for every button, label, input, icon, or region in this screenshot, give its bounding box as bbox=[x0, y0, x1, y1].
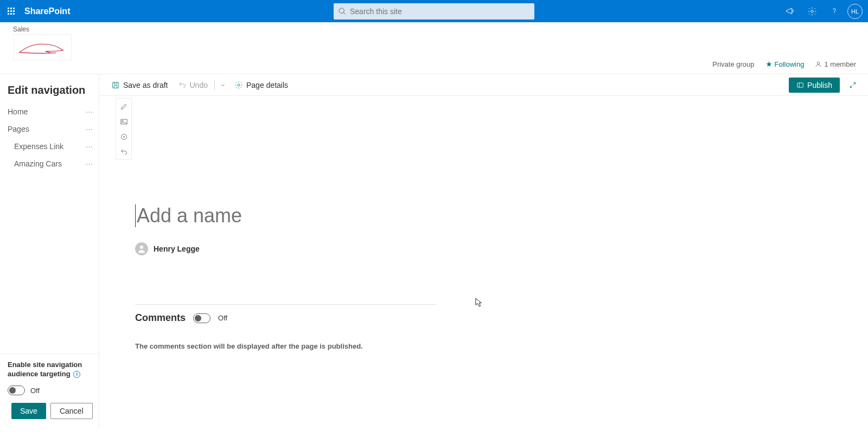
settings-button[interactable] bbox=[801, 0, 823, 22]
audience-toggle-state: Off bbox=[30, 387, 40, 395]
page-details-button[interactable]: Page details bbox=[230, 79, 292, 92]
nav-footer: Enable site navigation audience targetin… bbox=[0, 354, 99, 427]
nav-actions: Save Cancel bbox=[8, 395, 91, 427]
title-reset-button[interactable] bbox=[116, 144, 131, 159]
audience-toggle-row: Off bbox=[8, 385, 91, 395]
svg-point-0 bbox=[339, 8, 344, 13]
nav-item-label: Home bbox=[8, 107, 28, 116]
search-box[interactable] bbox=[334, 3, 534, 20]
image-icon bbox=[120, 118, 128, 126]
person-icon bbox=[137, 244, 146, 254]
search-icon bbox=[338, 7, 347, 16]
svg-point-2 bbox=[810, 10, 813, 12]
following-label: Following bbox=[775, 60, 805, 68]
svg-rect-6 bbox=[797, 82, 803, 87]
publish-icon bbox=[796, 81, 804, 89]
help-button[interactable] bbox=[823, 0, 845, 22]
section-divider bbox=[135, 304, 437, 305]
publish-button[interactable]: Publish bbox=[789, 78, 840, 93]
page-details-label: Page details bbox=[246, 81, 288, 89]
audience-targeting-label: Enable site navigation audience targetin… bbox=[8, 361, 91, 379]
car-logo-icon bbox=[14, 35, 71, 60]
svg-line-1 bbox=[343, 12, 345, 14]
save-as-draft-label: Save as draft bbox=[123, 81, 168, 89]
search-container bbox=[334, 3, 534, 20]
divider bbox=[214, 80, 215, 90]
site-logo[interactable] bbox=[13, 34, 72, 60]
author-row: Henry Legge bbox=[135, 242, 437, 255]
site-meta: Private group Following 1 member bbox=[0, 60, 868, 74]
cancel-button[interactable]: Cancel bbox=[50, 403, 93, 419]
content-area: Save as draft Undo Page details Publish bbox=[99, 74, 868, 427]
app-launcher-button[interactable] bbox=[0, 0, 22, 22]
info-icon[interactable]: i bbox=[73, 371, 80, 378]
group-type-label: Private group bbox=[712, 60, 754, 68]
comments-toggle[interactable] bbox=[193, 313, 210, 323]
nav-item-label: Expenses Link bbox=[14, 142, 63, 151]
megaphone-button[interactable] bbox=[778, 0, 801, 22]
nav-item-pages[interactable]: Pages ⋯ bbox=[0, 120, 99, 138]
members-button[interactable]: 1 member bbox=[815, 60, 856, 68]
expand-button[interactable] bbox=[845, 78, 860, 93]
publish-label: Publish bbox=[807, 81, 832, 89]
waffle-icon bbox=[8, 8, 15, 15]
person-icon bbox=[815, 61, 822, 68]
app-title[interactable]: SharePoint bbox=[24, 7, 70, 16]
audience-toggle[interactable] bbox=[8, 385, 25, 395]
command-bar-right: Publish bbox=[789, 78, 860, 93]
nav-panel: Edit navigation Home ⋯ Pages ⋯ Expenses … bbox=[0, 74, 99, 427]
svg-point-3 bbox=[818, 62, 820, 64]
svg-rect-4 bbox=[113, 82, 119, 88]
comments-toggle-state: Off bbox=[218, 314, 227, 322]
following-button[interactable]: Following bbox=[765, 60, 805, 68]
save-as-draft-button[interactable]: Save as draft bbox=[107, 79, 173, 92]
nav-item-home[interactable]: Home ⋯ bbox=[0, 103, 99, 120]
user-avatar[interactable]: HL bbox=[847, 4, 863, 19]
pencil-icon bbox=[120, 102, 128, 111]
author-name[interactable]: Henry Legge bbox=[154, 245, 200, 253]
site-name[interactable]: Sales bbox=[13, 25, 855, 33]
page-canvas: Henry Legge Comments Off The comments se… bbox=[112, 96, 459, 350]
title-focal-button[interactable] bbox=[116, 129, 131, 144]
comments-heading: Comments bbox=[135, 312, 186, 324]
svg-point-11 bbox=[123, 136, 125, 138]
main-layout: Edit navigation Home ⋯ Pages ⋯ Expenses … bbox=[0, 74, 868, 427]
title-tool-rail bbox=[116, 98, 132, 160]
save-button[interactable]: Save bbox=[11, 403, 46, 419]
gear-icon bbox=[234, 81, 243, 89]
ellipsis-icon[interactable]: ⋯ bbox=[86, 108, 93, 116]
reset-icon bbox=[120, 148, 128, 156]
focal-icon bbox=[120, 133, 128, 141]
ellipsis-icon[interactable]: ⋯ bbox=[86, 160, 93, 168]
undo-icon bbox=[178, 81, 187, 89]
search-input[interactable] bbox=[350, 7, 530, 16]
members-label: 1 member bbox=[824, 60, 856, 68]
mouse-cursor bbox=[475, 298, 483, 309]
command-bar: Save as draft Undo Page details Publish bbox=[99, 74, 868, 96]
svg-point-12 bbox=[140, 246, 143, 249]
ellipsis-icon[interactable]: ⋯ bbox=[86, 125, 93, 133]
expand-icon bbox=[849, 81, 857, 89]
title-image-button[interactable] bbox=[116, 114, 131, 129]
edit-title-button[interactable] bbox=[116, 99, 131, 114]
star-icon bbox=[765, 61, 773, 68]
chevron-down-icon bbox=[220, 82, 226, 88]
svg-point-10 bbox=[121, 134, 126, 139]
site-header: Sales bbox=[0, 22, 868, 60]
author-avatar[interactable] bbox=[135, 242, 148, 255]
suite-right: HL bbox=[778, 0, 868, 22]
undo-label: Undo bbox=[190, 81, 208, 89]
comments-header-row: Comments Off bbox=[135, 312, 437, 324]
nav-item-label: Pages bbox=[8, 125, 29, 133]
canvas-wrap: Henry Legge Comments Off The comments se… bbox=[99, 96, 868, 427]
nav-item-expenses-link[interactable]: Expenses Link ⋯ bbox=[0, 138, 99, 155]
page-title-input[interactable] bbox=[135, 204, 437, 227]
megaphone-icon bbox=[785, 7, 795, 16]
undo-dropdown-caret[interactable] bbox=[217, 79, 229, 92]
svg-point-5 bbox=[238, 84, 240, 86]
undo-button[interactable]: Undo bbox=[174, 79, 212, 92]
comments-note: The comments section will be displayed a… bbox=[135, 342, 437, 350]
nav-item-amazing-cars[interactable]: Amazing Cars ⋯ bbox=[0, 155, 99, 172]
ellipsis-icon[interactable]: ⋯ bbox=[86, 143, 93, 151]
gear-icon bbox=[807, 7, 817, 16]
